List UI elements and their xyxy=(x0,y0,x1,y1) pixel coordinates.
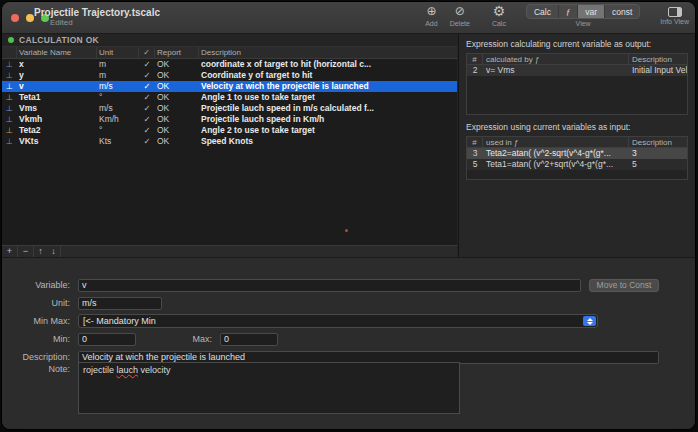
variable-inspector-form: Variable: Move to Const Unit: Min Max: [… xyxy=(2,257,695,429)
delete-button[interactable]: ⊘ Delete xyxy=(450,4,470,27)
unit-input[interactable] xyxy=(78,297,162,310)
max-input[interactable] xyxy=(220,333,278,346)
output-variable-icon: ⊥ xyxy=(2,136,17,147)
view-segment-f[interactable]: ƒ xyxy=(559,5,578,18)
window-edited-badge: Edited xyxy=(50,18,160,27)
gear-icon: ⚙ xyxy=(493,4,506,19)
input-variable-icon: ⊥ xyxy=(2,70,17,81)
toolbar: ⊕ Add ⊘ Delete ⚙ Calc Calc ƒ var const V… xyxy=(419,4,691,27)
table-row-vms[interactable]: ⊥ Vms m/s ✓ OK Projectile lauch speed in… xyxy=(2,103,457,114)
output-expressions-table: # calculated by ƒ Description 2 v= Vms I… xyxy=(466,53,688,115)
note-textarea[interactable]: rojectile lauch velocity xyxy=(78,362,460,414)
minmax-popup-select[interactable]: [<- Mandatory Min xyxy=(78,314,598,328)
description-label: Description: xyxy=(12,352,70,362)
table-row-y[interactable]: ⊥ y m ✓ OK Coordinate y of target to hit xyxy=(2,70,457,81)
misspelled-word: lauch xyxy=(117,365,139,375)
table-row-teta2[interactable]: ⊥ Teta2 ° ✓ OK Angle 2 to use to take ta… xyxy=(2,125,457,136)
calc-button[interactable]: ⚙ Calc xyxy=(492,4,506,27)
col-unit[interactable]: Unit xyxy=(97,47,139,58)
view-segment-var[interactable]: var xyxy=(578,5,605,18)
output-variable-icon: ⊥ xyxy=(2,92,17,103)
view-segment-calc[interactable]: Calc xyxy=(527,5,559,18)
status-green-dot-icon xyxy=(8,37,14,43)
window-title: Projectile Trajectory.tscalc xyxy=(34,7,160,18)
min-label: Min: xyxy=(12,334,70,344)
table-row-vkts[interactable]: ⊥ VKts Kts ✓ OK Speed Knots xyxy=(2,136,457,147)
table-row-x[interactable]: ⊥ x m ✓ OK coordinate x of target to hit… xyxy=(2,59,457,70)
output-expressions-header: # calculated by ƒ Description xyxy=(467,54,687,65)
variable-input[interactable] xyxy=(78,279,581,292)
red-dot-artifact xyxy=(345,229,348,232)
input-variable-icon: ⊥ xyxy=(2,59,17,70)
check-icon: ✓ xyxy=(139,59,155,70)
info-view-icon xyxy=(668,7,682,17)
input-expressions-table: # used in ƒ Description 3 Teta2=atan( (v… xyxy=(466,136,688,180)
view-segmented-control: Calc ƒ var const View xyxy=(526,4,640,27)
delete-circle-icon: ⊘ xyxy=(455,4,465,19)
note-label: Note: xyxy=(12,364,70,374)
output-variable-icon: ⊥ xyxy=(2,103,17,114)
move-row-up-button[interactable]: ↑ xyxy=(34,246,47,257)
expressions-panel: Expression calculating current variable … xyxy=(458,34,695,257)
table-row-vkmh[interactable]: ⊥ Vkmh Km/h ✓ OK Projectile lauch speed … xyxy=(2,114,457,125)
variable-label: Variable: xyxy=(12,280,70,290)
output-expressions-title: Expression calculating current variable … xyxy=(466,39,688,49)
check-icon: ✓ xyxy=(139,125,155,136)
calculation-status-bar: CALCULATION OK xyxy=(2,34,457,47)
unit-label: Unit: xyxy=(12,298,70,308)
variables-table-body: ⊥ x m ✓ OK coordinate x of target to hit… xyxy=(2,59,457,245)
input-variable-icon: ⊥ xyxy=(2,81,17,92)
input-expressions-header: # used in ƒ Description xyxy=(467,137,687,148)
check-icon: ✓ xyxy=(139,70,155,81)
variables-table-header: Variable Name Unit ✓ Report Description xyxy=(2,47,457,59)
col-description[interactable]: Description xyxy=(199,47,457,58)
app-window: Projectile Trajectory.tscalc Edited ⊕ Ad… xyxy=(1,1,696,430)
variables-panel: CALCULATION OK Variable Name Unit ✓ Repo… xyxy=(2,34,457,257)
check-icon: ✓ xyxy=(139,81,155,92)
check-icon: ✓ xyxy=(139,92,155,103)
col-variable-name[interactable]: Variable Name xyxy=(17,47,97,58)
move-to-const-button[interactable]: Move to Const xyxy=(589,279,659,292)
input-expression-row[interactable]: 3 Teta2=atan( (v^2-sqrt(v^4-g*(g*... 3 xyxy=(467,148,687,159)
rows-toolbar: + − ↑ ↓ xyxy=(2,245,457,257)
titlebar: Projectile Trajectory.tscalc Edited ⊕ Ad… xyxy=(2,2,695,34)
close-window-button[interactable] xyxy=(11,14,19,22)
minimize-window-button[interactable] xyxy=(26,14,34,22)
col-report[interactable]: Report xyxy=(155,47,199,58)
popup-chevrons-icon xyxy=(583,316,596,326)
view-segment-const[interactable]: const xyxy=(605,5,639,18)
output-variable-icon: ⊥ xyxy=(2,114,17,125)
output-variable-icon: ⊥ xyxy=(2,125,17,136)
minmax-label: Min Max: xyxy=(12,316,70,326)
max-label: Max: xyxy=(182,334,212,344)
check-icon: ✓ xyxy=(139,114,155,125)
table-row-teta1[interactable]: ⊥ Teta1 ° ✓ OK Angle 1 to use to take ta… xyxy=(2,92,457,103)
col-row-icon[interactable] xyxy=(2,47,17,58)
input-expression-row[interactable]: 5 Teta1=atan( (v^2+sqrt(v^4-g*(g*... 5 xyxy=(467,159,687,170)
table-row-v-selected[interactable]: ⊥ v m/s ✓ OK Velocity at wich the projec… xyxy=(2,81,457,92)
min-input[interactable] xyxy=(78,333,136,346)
add-circle-icon: ⊕ xyxy=(426,4,436,19)
input-expressions-title: Expression using current variables as in… xyxy=(466,122,688,132)
calculation-status-text: CALCULATION OK xyxy=(19,35,99,45)
info-view-button[interactable]: Info View xyxy=(660,4,689,25)
add-button[interactable]: ⊕ Add xyxy=(425,4,437,27)
title-block: Projectile Trajectory.tscalc Edited xyxy=(34,7,160,27)
check-icon: ✓ xyxy=(139,103,155,114)
move-row-down-button[interactable]: ↓ xyxy=(47,246,60,257)
add-row-button[interactable]: + xyxy=(2,246,18,257)
check-icon: ✓ xyxy=(139,136,155,147)
col-check[interactable]: ✓ xyxy=(139,47,155,58)
remove-row-button[interactable]: − xyxy=(18,246,34,257)
output-expression-row[interactable]: 2 v= Vms Initial Input Velocity of pr... xyxy=(467,65,687,76)
